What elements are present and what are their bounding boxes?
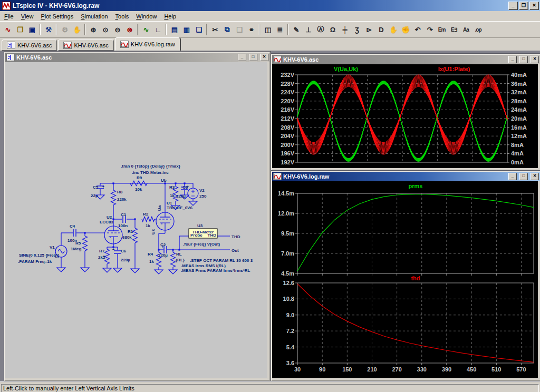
restore-button[interactable]: ❐ xyxy=(519,2,528,10)
schematic-text[interactable]: R7 xyxy=(99,249,105,253)
tab-waveform[interactable]: KHV-6V6.asc xyxy=(58,40,113,51)
diode-button[interactable]: ⊳ xyxy=(363,24,375,35)
tab-schematic[interactable]: KHV-6V6.asc xyxy=(2,40,57,51)
paste-button[interactable]: ❑ xyxy=(233,24,245,35)
text-button[interactable]: Aa xyxy=(460,24,472,35)
redo-button[interactable]: ↷ xyxy=(423,24,436,35)
menu-file[interactable]: File xyxy=(1,12,17,21)
halt-button[interactable]: ⚙ xyxy=(59,24,71,35)
log-close-button[interactable]: ✕ xyxy=(531,173,539,180)
schematic-text[interactable]: V2 xyxy=(199,188,205,193)
schematic-text[interactable]: 1k xyxy=(149,259,154,264)
tile-vertical-button[interactable]: ▥ xyxy=(180,24,192,35)
schematic-text[interactable]: V1 xyxy=(50,245,55,250)
menu-view[interactable]: View xyxy=(17,12,37,21)
schematic-text[interactable]: C6 xyxy=(121,249,127,253)
wave-plot[interactable]: 232V40mA228V36mA224V32mA220V28mA216V24mA… xyxy=(272,64,538,168)
title-bar[interactable]: LTspice IV - KHV-6V6.log.raw _ ❐ ✕ xyxy=(0,0,540,11)
schematic-text[interactable]: U1 xyxy=(167,201,172,205)
zoom-out-button[interactable]: ⊖ xyxy=(111,24,123,35)
open-button[interactable]: ❐ xyxy=(14,24,26,35)
component-button[interactable]: D xyxy=(375,24,387,35)
schematic-text[interactable]: Probe xyxy=(190,233,202,238)
schematic-text[interactable]: C5 xyxy=(93,185,99,190)
waveform-window-titlebar[interactable]: KHV-6V6.asc _ □ ✕ xyxy=(272,55,540,64)
schematic-canvas[interactable]: .tran 0 {Tstop} {Delay} {Tmax}.inc THD-M… xyxy=(5,62,267,378)
wire-button[interactable]: ✎ xyxy=(290,24,302,35)
control-panel-button[interactable]: ⚒ xyxy=(42,24,54,35)
waveform-window[interactable]: KHV-6V6.asc _ □ ✕ 232V40mA228V36mA224V32… xyxy=(271,54,540,171)
schematic-text[interactable]: 220k xyxy=(117,197,127,202)
inductor-button[interactable]: Ʒ xyxy=(351,24,363,35)
log-maximize-button[interactable]: □ xyxy=(519,173,528,180)
schematic-text[interactable]: C1 xyxy=(121,212,127,217)
schematic-text[interactable]: R8 xyxy=(117,190,123,194)
move-button[interactable]: ✋ xyxy=(387,24,399,35)
pause-button[interactable]: ✋ xyxy=(71,24,83,35)
mirror-button[interactable]: Em xyxy=(436,24,448,35)
schematic-text[interactable]: + xyxy=(102,185,104,189)
menu-window[interactable]: Window xyxy=(132,12,160,21)
schematic-text[interactable]: .MEAS Prms PARAM Irms*Irms*RL xyxy=(181,268,250,273)
schematic-text[interactable]: 220µ xyxy=(121,258,130,262)
zoom-extents-button[interactable]: ⊗ xyxy=(123,24,136,35)
log-window[interactable]: KHV-6V6.log.raw _ □ ✕ prms14.5m12.0m9.5m… xyxy=(271,171,540,381)
schematic-text[interactable]: THD xyxy=(208,233,217,238)
schematic-text[interactable]: + xyxy=(112,248,114,251)
schematic-text[interactable]: R3 xyxy=(169,185,175,190)
menu-tools[interactable]: Tools xyxy=(112,12,133,21)
save-button[interactable]: ▣ xyxy=(26,24,38,35)
schematic-text[interactable]: U3 xyxy=(197,223,203,228)
schematic-text[interactable]: .tran 0 {Tstop} {Delay} {Tmax} xyxy=(121,164,180,169)
log-window-titlebar[interactable]: KHV-6V6.log.raw _ □ ✕ xyxy=(272,172,540,181)
schematic-text[interactable]: TRIODE_6V6 xyxy=(167,205,192,210)
print-button[interactable]: ≣ xyxy=(274,24,286,35)
print-preview-button[interactable]: ◫ xyxy=(262,24,274,35)
zoom-in-button[interactable]: ⊕ xyxy=(87,24,99,35)
close-button[interactable]: ✕ xyxy=(529,2,539,10)
schematic-text[interactable]: + xyxy=(187,185,189,189)
schematic-text[interactable]: .MEAS Irms RMS I(RL) xyxy=(181,263,226,268)
schematic-text[interactable]: C4 xyxy=(70,224,75,229)
schematic-text[interactable]: SINE(0 0.125 {Freq}) xyxy=(19,253,60,258)
schematic-text[interactable]: 1k xyxy=(170,193,175,198)
schematic-text[interactable]: .STEP OCT PARAM RL 30 600 3 xyxy=(190,258,253,263)
autorange-button[interactable]: ∿ xyxy=(140,24,152,35)
schematic-text[interactable]: THD xyxy=(232,234,240,239)
schematic-text[interactable]: 220µ xyxy=(176,194,186,199)
schematic-text[interactable]: .inc THD-Meter.inc xyxy=(132,170,169,175)
label-net-button[interactable]: Ⓐ xyxy=(314,24,326,35)
spice-directive-button[interactable]: .op xyxy=(472,24,484,35)
schematic-text[interactable]: Ua xyxy=(157,205,162,211)
tab-log-raw[interactable]: KHV-6V6.log.raw xyxy=(115,37,180,51)
schematic-text[interactable]: 1k xyxy=(146,223,150,228)
copy-button[interactable]: ⧉ xyxy=(221,24,233,35)
schematic-text[interactable]: ECC83 xyxy=(100,220,113,224)
schematic-text[interactable]: R1 xyxy=(128,229,133,234)
rotate-button[interactable]: E∃ xyxy=(448,24,460,35)
new-schematic-button[interactable]: ∿ xyxy=(2,24,14,35)
cascade-button[interactable]: ❏ xyxy=(192,24,205,35)
waveform-minimize-button[interactable]: _ xyxy=(508,56,517,63)
waveform-maximize-button[interactable]: □ xyxy=(519,56,528,63)
schematic-text[interactable]: 250 xyxy=(199,194,207,199)
schematic-text[interactable]: .PARAM Freq=1k xyxy=(18,259,52,264)
schematic-text[interactable]: R9 xyxy=(137,175,142,180)
undo-button[interactable]: ↶ xyxy=(411,24,423,35)
log-plots[interactable]: prms14.5m12.0m9.5m7.0m4.5mthd12.610.89.0… xyxy=(272,181,538,378)
zoom-back-button[interactable]: ⊙ xyxy=(99,24,111,35)
schematic-text[interactable]: 1Meg xyxy=(71,247,82,251)
schematic-text[interactable]: U2 xyxy=(107,215,112,220)
schematic-text[interactable]: Ub xyxy=(161,178,167,183)
schematic-maximize-button[interactable]: □ xyxy=(249,54,257,61)
schematic-text[interactable]: + xyxy=(161,245,163,249)
plot-settings-button[interactable]: ∟ xyxy=(152,24,164,35)
schematic-text[interactable]: {RL} xyxy=(176,258,185,262)
minimize-button[interactable]: _ xyxy=(508,2,518,10)
schematic-text[interactable]: 680k xyxy=(122,235,132,240)
schematic-text[interactable]: Out xyxy=(232,248,239,253)
schematic-text[interactable]: R4 xyxy=(148,252,153,257)
tile-horizontal-button[interactable]: ▤ xyxy=(168,24,180,35)
ground-button[interactable]: ⊥ xyxy=(302,24,314,35)
schematic-text[interactable]: RL xyxy=(176,252,182,257)
